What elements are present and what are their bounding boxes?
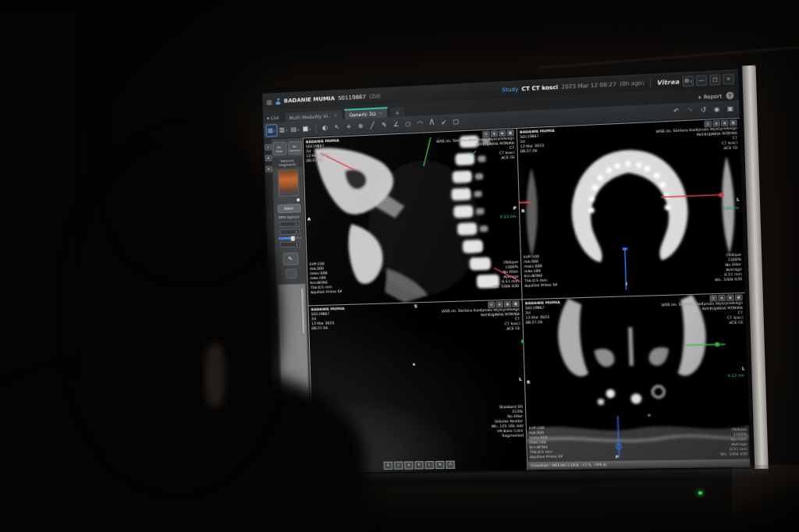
overlay-line: WL: 3304 620	[720, 452, 748, 457]
export-image-icon[interactable]: ▤	[709, 295, 717, 302]
technique-overlay: kVP:100mA:300msec:600mAs:180Krn:BONEThk:…	[314, 408, 347, 442]
settings-gear-icon[interactable]: ⚙▾	[683, 76, 694, 87]
scalpel-remove-button[interactable]: ✂ Remove	[287, 141, 301, 155]
collapse-panel-icon-glyph: ◂	[267, 145, 268, 149]
small-tool-button[interactable]	[286, 269, 297, 278]
series-list-panel[interactable]	[277, 283, 311, 473]
blue-crosshair-tick[interactable]	[623, 247, 627, 250]
radio-dot[interactable]	[297, 198, 300, 201]
patient-icon	[275, 98, 281, 105]
vitrea-logo: Vitrea	[657, 78, 680, 87]
green-reference-handle[interactable]	[715, 342, 719, 347]
orientation-label-left: R	[521, 208, 525, 213]
restore-button-glyph: □	[712, 76, 718, 83]
window-level-tool[interactable]: ◐	[320, 122, 330, 134]
mpr-option-select-3[interactable]: ▾	[280, 241, 300, 247]
layout-buttons: ▦▾▥▾▤▾■▾	[266, 123, 311, 137]
pencil-tool[interactable]: ✎	[379, 119, 390, 131]
angle-tool[interactable]: ∠	[391, 119, 402, 131]
orientation-label-right: P	[513, 205, 517, 210]
orientation-preset-button[interactable]: P	[414, 461, 424, 469]
layout-single-button[interactable]: ■▾	[301, 123, 311, 135]
patient-photo-icon[interactable]: ◉	[495, 301, 503, 307]
measurement-value: 0.13 cm	[728, 374, 744, 378]
collapse-panel-icon[interactable]: ◂	[265, 144, 272, 151]
mpr-option-select-2[interactable]: ▾	[279, 229, 300, 235]
orientation-label-bottom: I	[626, 282, 627, 286]
edit-tool-button[interactable]: ✎	[282, 253, 298, 266]
overlay-line: 08:27:26	[311, 325, 345, 331]
layout-split-button[interactable]: ▥▾	[278, 124, 288, 136]
slider-handle[interactable]	[290, 236, 294, 240]
display-overlay: Oblique1300%No FilterAverage0.51 mmWL: 3…	[714, 253, 742, 283]
viewport-axial[interactable]: ▤◉▣■ BADANIE MUMIA501198672d12 Mar 20230…	[517, 119, 745, 300]
chevron-down-icon: ▾	[296, 229, 297, 233]
minimize-button[interactable]: —	[696, 75, 707, 86]
layout-rows-button[interactable]: ▤▾	[289, 124, 300, 136]
curve-tool[interactable]: ◠	[414, 118, 425, 129]
orientation-preset-button[interactable]: R	[435, 461, 445, 469]
mpr-option-select-1[interactable]: ▾	[279, 221, 300, 227]
reset-button[interactable]: ↺	[698, 105, 708, 116]
viewport-coronal[interactable]: * ▤◉▣■ BADANIE MUMIA501198672d12 Mar 202…	[523, 293, 751, 470]
snapshot-icon-glyph: ▣	[506, 302, 510, 306]
panel-tab-icon[interactable]: ▪	[265, 155, 272, 161]
mummy-3d-thumbnail[interactable]	[278, 169, 299, 197]
save-button[interactable]: Save	[277, 204, 300, 213]
scrollbar-thumb[interactable]	[300, 287, 305, 334]
undo-button[interactable]: ↶	[671, 105, 682, 117]
cursor-tool[interactable]: ↖	[332, 122, 343, 133]
technique-overlay: kVP:100mA:300msec:600mAs:180Krn:BONEThk:…	[310, 261, 343, 296]
close-tab-icon[interactable]: ×	[334, 112, 338, 117]
ellipse-tool[interactable]: ○	[403, 119, 414, 130]
fullscreen-icon[interactable]: ■	[512, 300, 520, 307]
restore-button[interactable]: □	[709, 74, 720, 85]
panel-tab-icon-glyph: ▪	[267, 156, 269, 160]
pan-tool-glyph: +	[346, 122, 351, 133]
redo-button[interactable]: ↷	[684, 105, 695, 117]
report-button[interactable]: + Report	[698, 93, 723, 101]
ellipse-tool-glyph: ○	[405, 119, 411, 130]
patient-name: BADANIE MUMIA	[284, 95, 335, 104]
fullscreen-icon[interactable]: ■	[735, 294, 743, 301]
orientation-preset-button[interactable]: S	[384, 462, 392, 470]
crop-tool-glyph: ▢	[453, 116, 459, 128]
zoom-tool[interactable]: ⊕	[355, 121, 366, 133]
tab-label: Multi Modality Vi..	[289, 112, 331, 120]
snapshot-icon[interactable]: ▣	[504, 301, 512, 307]
layout-grid-button[interactable]: ▦▾	[266, 125, 276, 137]
orientation-label-left: A	[307, 217, 311, 222]
save-layout-button[interactable]: ▣	[725, 103, 737, 115]
snapshot-icon[interactable]: ▣	[726, 294, 734, 301]
dropdown-caret-icon: ▾	[297, 127, 299, 131]
scalpel-keep-button[interactable]: ✂ Keep	[272, 142, 286, 156]
close-button[interactable]: ×	[723, 73, 734, 84]
viewport-3d-volume[interactable]: ▤◉▣■ BADANIE MUMIA501198672d12 Mar 20230…	[308, 300, 527, 473]
help-button[interactable]: ?	[726, 92, 733, 100]
viewport-sagittal[interactable]: ▤◉▣■ BADANIE MUMIA501198672d12 Mar 20230…	[304, 129, 522, 305]
orientation-preset-button[interactable]: A	[404, 461, 414, 469]
export-image-icon[interactable]: ▤	[488, 301, 495, 307]
orientation-preset-button[interactable]: O	[446, 461, 455, 469]
patient-photo-icon[interactable]: ◉	[718, 295, 726, 302]
overlay-line: Aquilion Prime SP	[311, 289, 342, 295]
pan-tool[interactable]: +	[343, 121, 354, 133]
line-tool[interactable]: ╱	[367, 120, 378, 132]
app-icon[interactable]: ▩	[266, 98, 272, 105]
arrow-tool[interactable]: ↙	[439, 117, 449, 129]
snapshot-camera-button[interactable]: ◉	[711, 104, 723, 115]
close-tab-icon[interactable]: ×	[378, 111, 382, 115]
redo-button-glyph: ↷	[687, 105, 693, 117]
add-tab-button[interactable]: +	[389, 106, 406, 117]
fullscreen-icon-glyph: ■	[737, 295, 740, 299]
thickness-slider[interactable]	[278, 236, 301, 239]
panel-tab-icon-2[interactable]: ▪	[265, 166, 272, 172]
section-label: Remove Fragments	[272, 157, 303, 168]
orientation-preset-button[interactable]: I	[394, 462, 403, 470]
institution-overlay: WSS im. Stefana Kardynala WyszynskiegoRe…	[656, 126, 738, 154]
dropdown-caret-icon: ▾	[286, 128, 287, 132]
crop-tool[interactable]: ▢	[450, 116, 461, 128]
orientation-preset-button[interactable]: L	[425, 461, 435, 469]
polyline-tool[interactable]: Λ	[427, 117, 438, 129]
minimize-button-glyph: —	[698, 76, 704, 83]
